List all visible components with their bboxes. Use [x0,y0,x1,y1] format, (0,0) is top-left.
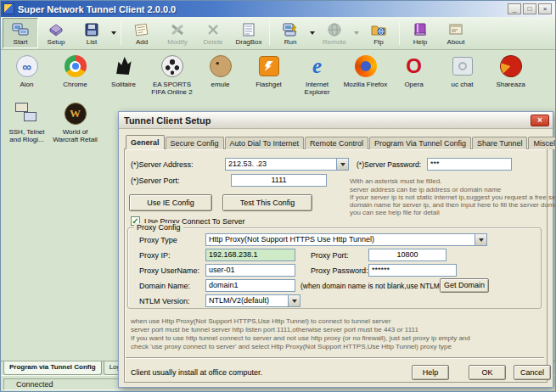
server-address-label: (*)Server Address: [131,160,194,170]
solitaire-icon [114,55,134,77]
desktop-icon-row: SSH, Telnet and Rlogi... W World of Warc… [3,101,99,143]
desktop-icon-solitaire[interactable]: Solitaire [99,53,148,96]
desktop-icon-shareaza[interactable]: Shareaza [486,53,535,96]
toolbar-separator [399,21,400,45]
tab-remote-control[interactable]: Remote Control [305,137,368,149]
aion-icon: ∞ [16,55,38,77]
toolbar-button-add[interactable]: Add [124,18,160,48]
proxy-type-label: Proxy Type [139,236,177,245]
ok-button[interactable]: OK [469,365,506,380]
chevron-down-icon[interactable] [336,159,348,170]
toolbar-button-about[interactable]: About [438,18,474,48]
toolbar-label: About [447,38,465,46]
toolbar-label: Delete [203,38,222,46]
domain-name-field[interactable]: domain1 [205,279,295,292]
window-title: Super Network Tunnel Client 2.0.0.0 [18,4,176,14]
setup-block-icon [48,21,65,38]
toolbar-label: Remote [323,38,346,46]
app-window: Super Network Tunnel Client 2.0.0.0 _ □ … [0,0,556,392]
chevron-down-icon[interactable] [475,234,486,245]
dialog-close-button[interactable]: × [531,115,549,126]
toolbar-button-run[interactable]: Run [272,18,308,48]
toolbar-label: DragBox [235,38,261,46]
desktop-icon-fifa[interactable]: EA SPORTS FIFA Online 2 [148,53,196,96]
toolbar-button-list[interactable]: List [74,18,110,48]
ntlm-version-combobox[interactable]: NTLM/V2(default) [205,294,300,307]
desktop-icon-wow[interactable]: W World of Warcraft Retail [51,101,99,143]
desktop-icon-row: ∞ Aion Chrome Solitaire EA SPORTS FIFA O… [3,53,535,96]
toolbar-button-start[interactable]: Start [3,18,38,48]
emule-bird-icon [210,55,232,77]
toolbar-separator [121,21,121,45]
toolbar-button-dragbox[interactable]: DragBox [231,18,267,48]
help-button[interactable]: Help [412,365,449,380]
computers-icon [12,21,29,38]
delete-x-icon [205,21,222,38]
test-this-config-button[interactable]: Test This Config [222,194,312,211]
toolbar-button-ftp[interactable]: Ftp [361,18,396,48]
desktop-icon-flashget[interactable]: Flashget [244,53,293,96]
tab-program-via-tunnel-config[interactable]: Program via Tunnel Config [3,361,102,375]
toolbar-button-help[interactable]: Help [402,18,438,48]
desktop-icon-uc-chat[interactable]: uc chat [438,53,486,96]
hint-line: when use Http Proxy(Not Support HTTPS,Us… [131,317,390,326]
toolbar-label: Help [413,38,427,46]
tab-share-tunnel[interactable]: Share Tunnel [472,137,528,149]
wow-icon: W [65,103,87,125]
toolbar-label: Modify [167,38,188,46]
disk-icon [83,21,100,38]
crossed-tools-icon [169,21,186,38]
proxy-password-label: Proxy Password: [311,266,368,276]
server-address-combobox[interactable]: 212.53. .23 [225,158,349,171]
tab-program-via-tunnel-config[interactable]: Program Via Tunnel Config [369,137,471,149]
dialog-title: Tunnel Client Setup [124,115,211,126]
server-password-field[interactable]: *** [427,158,512,171]
domain-hint: (when domain name is not blank,use NTLM) [300,282,442,291]
dialog-titlebar: Tunnel Client Setup [119,112,553,129]
tab-auto-dial-to-internet[interactable]: Auto Dial To Internet [225,137,304,149]
cancel-button[interactable]: Cancel [514,365,551,380]
proxy-port-field[interactable]: 10800 [368,249,446,261]
proxy-ip-field[interactable]: 192.168.238.1 [205,249,295,261]
window-titlebar: Super Network Tunnel Client 2.0.0.0 _ □ … [1,1,555,17]
proxy-port-label: Proxy Port: [311,251,349,260]
tab-miscellaneous[interactable]: Miscellaneous [528,137,556,149]
hint-line: If you want to use http tunnel connect t… [131,334,470,343]
get-domain-button[interactable]: Get Domain [440,278,489,293]
proxy-ip-label: Proxy IP: [139,251,171,260]
list-dropdown-icon[interactable] [111,31,116,35]
desktop-icon-ssh-telnet[interactable]: SSH, Telnet and Rlogi... [3,101,51,143]
footer-note: Client usually install at office compute… [131,368,262,378]
toolbar-button-delete: Delete [195,18,231,48]
maximize-button[interactable]: □ [523,3,536,14]
about-window-icon [447,21,464,38]
soccer-ball-icon [161,55,183,77]
desktop-icon-internet-explorer[interactable]: e Internet Explorer [293,53,341,96]
toolbar-button-modify: Modify [160,18,195,48]
server-port-field[interactable]: 1111 [231,174,327,187]
tab-general[interactable]: General [126,135,165,149]
minimize-button[interactable]: _ [508,3,521,14]
desktop-icon-chrome[interactable]: Chrome [51,53,99,96]
chevron-down-icon[interactable] [288,295,300,306]
close-button[interactable]: × [538,3,552,14]
help-book-icon [412,21,429,38]
toolbar-label: List [87,38,97,46]
use-ie-config-button[interactable]: Use IE Config [129,194,212,211]
folder-globe-icon [370,21,387,38]
desktop-icon-emule[interactable]: emule [196,53,244,96]
desktop-icon-firefox[interactable]: Mozilla Firefox [341,53,390,96]
proxy-password-field[interactable]: ****** [368,264,457,277]
opera-icon: O [406,55,422,77]
toolbar-label: Add [136,38,148,46]
shareaza-icon [496,51,525,81]
desktop-icon-opera[interactable]: O Opera [390,53,438,96]
proxy-username-field[interactable]: user-01 [205,264,295,277]
toolbar-separator [269,21,270,45]
tab-secure-config[interactable]: Secure Config [166,137,224,149]
proxy-type-combobox[interactable]: Http Proxy(Not Support HTTPS Use Http Tu… [205,233,487,246]
toolbar-label: Run [284,38,297,46]
desktop-icon-aion[interactable]: ∞ Aion [3,53,51,96]
run-dropdown-icon[interactable] [310,31,315,35]
toolbar-button-setup[interactable]: Setup [38,18,74,48]
